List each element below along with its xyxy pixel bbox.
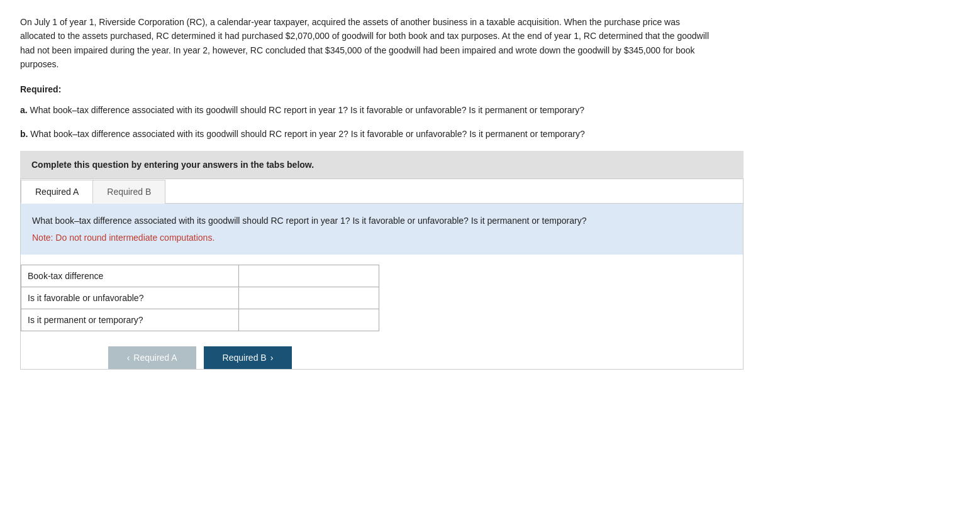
next-button[interactable]: Required B › (204, 346, 292, 369)
favorable-unfavorable-input[interactable] (245, 292, 372, 304)
row-label-1: Book-tax difference (21, 265, 239, 287)
row-input-1[interactable] (238, 265, 379, 287)
next-icon: › (270, 353, 274, 363)
row-label-2: Is it favorable or unfavorable? (21, 287, 239, 309)
tabs-container: Required A Required B What book–tax diff… (20, 179, 743, 370)
tabs-header: Required A Required B (21, 179, 743, 204)
prev-button[interactable]: ‹ Required A (108, 346, 196, 369)
instruction-text: Complete this question by entering your … (31, 160, 314, 170)
required-label: Required: (20, 84, 960, 94)
sub-question-b: b. What book–tax difference associated w… (20, 127, 712, 141)
tab-required-b[interactable]: Required B (92, 180, 165, 204)
tab-a-content: What book–tax difference associated with… (21, 204, 743, 255)
next-label: Required B (223, 353, 267, 363)
table-row: Is it permanent or temporary? (21, 309, 379, 331)
question-body: On July 1 of year 1, Riverside Corporati… (20, 15, 712, 72)
tab-b-label: Required B (107, 187, 151, 197)
prev-label: Required A (133, 353, 177, 363)
table-row: Book-tax difference (21, 265, 379, 287)
nav-buttons: ‹ Required A Required B › (21, 346, 379, 369)
instruction-box: Complete this question by entering your … (20, 151, 743, 179)
sub-question-a-text: a. What book–tax difference associated w… (20, 105, 584, 115)
tab-a-question: What book–tax difference associated with… (32, 214, 732, 228)
table-row: Is it favorable or unfavorable? (21, 287, 379, 309)
tab-a-note: Note: Do not round intermediate computat… (32, 231, 732, 245)
sub-question-b-text: b. What book–tax difference associated w… (20, 129, 585, 139)
row-input-3[interactable] (238, 309, 379, 331)
tab-required-a[interactable]: Required A (21, 180, 93, 204)
tab-a-label: Required A (35, 187, 79, 197)
sub-question-a: a. What book–tax difference associated w… (20, 103, 712, 117)
book-tax-difference-input[interactable] (245, 270, 372, 282)
permanent-temporary-input[interactable] (245, 314, 372, 326)
answer-table: Book-tax difference Is it favorable or u… (21, 265, 379, 331)
row-label-3: Is it permanent or temporary? (21, 309, 239, 331)
row-input-2[interactable] (238, 287, 379, 309)
prev-icon: ‹ (127, 353, 130, 363)
